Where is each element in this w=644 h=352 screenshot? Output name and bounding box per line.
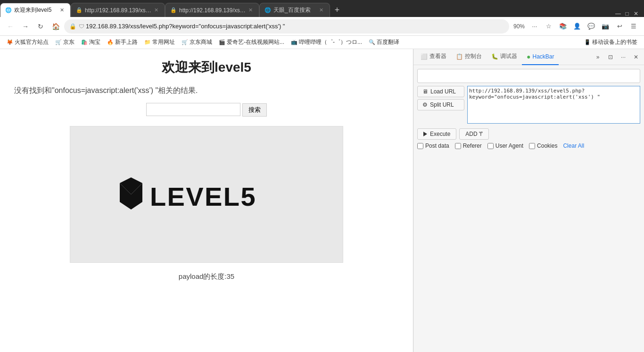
reading-list-button[interactable]: 📚 [556, 20, 570, 33]
bookmark-jd[interactable]: 🛒 京东 [52, 37, 77, 47]
menu-button[interactable]: ☰ [627, 20, 640, 33]
tab-console[interactable]: 📋 控制台 [451, 49, 487, 65]
referer-checkbox[interactable] [455, 143, 461, 149]
bookmark-firefox-label: 火狐官方站点 [15, 38, 49, 46]
bookmark-jd-mall[interactable]: 🛒 京东商城 [179, 37, 215, 47]
home-button[interactable]: 🏠 [49, 20, 62, 33]
tab-1[interactable]: 🌐 欢迎来到level5 ✕ [0, 3, 71, 17]
newuser-icon: 🔥 [107, 39, 114, 45]
tab-1-close[interactable]: ✕ [58, 7, 66, 14]
hackbar-url-textarea[interactable]: http://192.168.89.139/xss/level5.php?key… [467, 86, 640, 124]
tab-2-favicon: 🔒 [76, 7, 83, 13]
post-data-checkbox-item[interactable]: Post data [417, 142, 449, 149]
referer-label: Referer [463, 142, 482, 149]
security-icon: 🔒 [69, 23, 76, 30]
bookmark-firefox[interactable]: 🦊 火狐官方站点 [4, 37, 51, 47]
new-tab-button[interactable]: + [330, 3, 344, 17]
execute-button[interactable]: Execute [417, 128, 456, 140]
clear-all-link[interactable]: Clear All [563, 142, 584, 149]
address-input[interactable] [86, 23, 504, 30]
add-button[interactable]: ADD 'f' [459, 128, 489, 140]
tab-4[interactable]: 🌐 天眼_百度搜索 ✕ [259, 3, 330, 17]
page-content: 欢迎来到level5 没有找到和"onfocus=javascript:aler… [0, 49, 413, 352]
hackbar-search-input[interactable] [417, 69, 640, 83]
cookies-checkbox-item[interactable]: Cookies [529, 142, 557, 149]
execute-label: Execute [430, 131, 450, 137]
bookmark-baidu-translate[interactable]: 🔍 百度翻译 [366, 37, 402, 47]
load-url-button[interactable]: 🖥 Load URL [417, 86, 464, 97]
execute-play-icon [423, 132, 428, 136]
translate-icon: 🔍 [369, 39, 375, 45]
folder-icon: 📁 [144, 39, 151, 45]
tab-bar: 🌐 欢迎来到level5 ✕ 🔒 http://192.168.89.139/x… [0, 0, 644, 17]
tab-hackbar[interactable]: ● HackBar [522, 49, 559, 65]
main-layout: 欢迎来到level5 没有找到和"onfocus=javascript:aler… [0, 49, 644, 352]
tab-3-title: http://192.168.89.139/xss/level4 [179, 7, 247, 14]
bookmark-button[interactable]: ☆ [542, 20, 555, 33]
hackbar-content: 🖥 Load URL ⚙ Split URL http://192.168.89… [413, 65, 644, 352]
tab-2-title: http://192.168.89.139/xss/level5 [85, 7, 152, 14]
mobile-icon: 📱 [584, 39, 591, 45]
console-icon: 📋 [456, 53, 463, 60]
bookmark-newuser-label: 新手上路 [115, 38, 138, 46]
minimize-button[interactable]: — [615, 10, 621, 17]
back-button[interactable]: ← [4, 20, 17, 33]
refresh-button[interactable]: ↻ [34, 20, 47, 33]
forward-button[interactable]: → [19, 20, 32, 33]
referer-checkbox-item[interactable]: Referer [455, 142, 482, 149]
devtools-dock-button[interactable]: ⊡ [605, 51, 616, 63]
search-button[interactable]: 搜索 [242, 103, 267, 117]
iqiyi-icon: 🎬 [219, 39, 225, 45]
devtools-tabs: ⬜ 查看器 📋 控制台 🐛 调试器 ● HackBar » ⊡ ··· ✕ [413, 49, 644, 65]
devtools-close-button[interactable]: ✕ [630, 51, 642, 63]
nav-extra-buttons: 90% ··· ☆ 📚 👤 💬 📷 ↩ ☰ [511, 20, 640, 33]
devtools-more-button[interactable]: ··· [618, 51, 629, 63]
devtools-panel: ⬜ 查看器 📋 控制台 🐛 调试器 ● HackBar » ⊡ ··· ✕ [413, 49, 644, 352]
hackbar-dot-icon: ● [527, 53, 530, 60]
tab-1-favicon: 🌐 [5, 7, 12, 13]
post-data-checkbox[interactable] [417, 143, 423, 149]
bookmark-taobao[interactable]: 🛍️ 淘宝 [78, 37, 103, 47]
nav-bar: ← → ↻ 🏠 🔒 🛡 90% ··· ☆ 📚 👤 💬 📷 ↩ ☰ [0, 17, 644, 36]
sync-button[interactable]: 💬 [585, 20, 598, 33]
address-bar-container[interactable]: 🔒 🛡 [64, 19, 509, 34]
svg-text:LEVEL5: LEVEL5 [150, 182, 256, 211]
tab-console-label: 控制台 [465, 52, 482, 60]
browser-chrome: 🌐 欢迎来到level5 ✕ 🔒 http://192.168.89.139/x… [0, 0, 644, 49]
bookmarks-bar: 🦊 火狐官方站点 🛒 京东 🛍️ 淘宝 🔥 新手上路 📁 常用网址 🛒 京东商城… [0, 36, 644, 49]
bookmark-mobile[interactable]: 📱 移动设备上的书签 [581, 37, 640, 47]
history-back-button[interactable]: ↩ [613, 20, 626, 33]
user-agent-checkbox[interactable] [487, 143, 494, 149]
bookmark-baidu-translate-label: 百度翻译 [377, 38, 399, 46]
hackbar-main-row: 🖥 Load URL ⚙ Split URL http://192.168.89… [417, 86, 640, 126]
tab-4-title: 天眼_百度搜索 [273, 6, 317, 14]
more-tools-button[interactable]: ··· [528, 20, 541, 33]
search-input[interactable] [146, 103, 240, 116]
search-area: 搜索 [9, 103, 404, 117]
user-agent-checkbox-item[interactable]: User Agent [487, 142, 523, 149]
tab-2-close[interactable]: ✕ [152, 7, 160, 14]
tab-inspector[interactable]: ⬜ 查看器 [416, 49, 451, 65]
tab-3-favicon: 🔒 [170, 7, 177, 13]
cookies-checkbox[interactable] [529, 143, 535, 149]
tab-2[interactable]: 🔒 http://192.168.89.139/xss/level5 ✕ [71, 3, 165, 17]
account-button[interactable]: 👤 [570, 20, 584, 33]
tab-3[interactable]: 🔒 http://192.168.89.139/xss/level4 ✕ [165, 3, 259, 17]
cookies-label: Cookies [537, 142, 557, 149]
tab-inspector-label: 查看器 [429, 52, 446, 60]
split-url-button[interactable]: ⚙ Split URL [417, 99, 464, 110]
bookmark-newuser[interactable]: 🔥 新手上路 [104, 37, 140, 47]
maximize-button[interactable]: □ [624, 10, 630, 17]
tab-debugger[interactable]: 🐛 调试器 [487, 49, 522, 65]
tab-4-close[interactable]: ✕ [317, 7, 325, 14]
zoom-level[interactable]: 90% [511, 22, 527, 31]
devtools-chevron-right[interactable]: » [592, 51, 603, 63]
close-button[interactable]: ✕ [633, 10, 639, 17]
screenshots-button[interactable]: 📷 [599, 20, 612, 33]
hackbar-button-group: 🖥 Load URL ⚙ Split URL [417, 86, 464, 110]
bookmark-taobao-label: 淘宝 [89, 38, 100, 46]
tab-3-close[interactable]: ✕ [247, 7, 254, 14]
bookmark-iqiyi[interactable]: 🎬 爱奇艺-在线视频网站... [216, 37, 287, 47]
bookmark-bilibili[interactable]: 📺 哔哩哔哩（゜-゜）つロ... [288, 37, 365, 47]
bookmark-common-urls[interactable]: 📁 常用网址 [141, 37, 178, 47]
